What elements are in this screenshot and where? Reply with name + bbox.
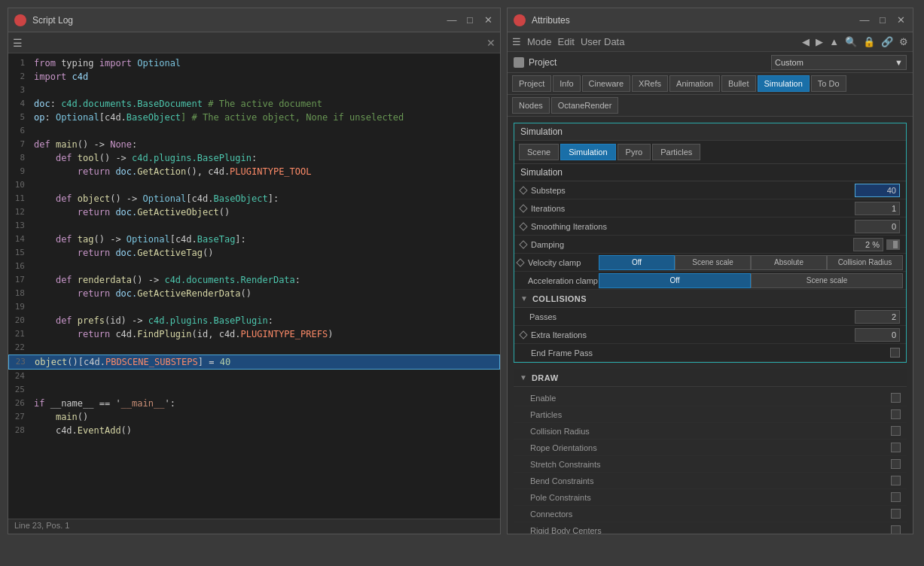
line-code: return c4d.FindPlugin(id, c4d.PLUGINTYPE… (31, 327, 500, 341)
close-button[interactable]: ✕ (482, 14, 494, 26)
passes-value[interactable]: 2 (855, 310, 900, 324)
tab-to-do[interactable]: To Do (811, 75, 846, 92)
draw-checkbox-enable[interactable] (891, 393, 901, 403)
draw-item-enable: Enable (514, 390, 907, 406)
line-code (31, 300, 500, 314)
maximize-button[interactable]: □ (464, 14, 476, 26)
tab-cineware[interactable]: Cineware (582, 75, 630, 92)
attr-settings-icon[interactable]: ⚙ (899, 36, 908, 47)
draw-checkbox-bend-constraints[interactable] (891, 476, 901, 485)
up-btn[interactable]: ▲ (829, 36, 839, 47)
end-frame-pass-label: End Frame Pass (520, 348, 890, 358)
accel-clamp-opt-off[interactable]: Off (599, 273, 751, 288)
line-number: 5 (8, 111, 31, 124)
end-frame-pass-checkbox[interactable] (890, 348, 900, 358)
tab-octanerender[interactable]: OctaneRender (551, 97, 619, 114)
tab-simulation[interactable]: Simulation (758, 75, 810, 92)
code-line: 16 (8, 260, 500, 273)
line-number: 24 (8, 370, 31, 383)
project-row: Project Custom ▼ (508, 52, 913, 73)
attr-minimize-button[interactable]: — (858, 14, 871, 26)
attr-close-button[interactable]: ✕ (895, 14, 907, 26)
line-code (31, 84, 500, 97)
draw-item-stretch-constraints: Stretch Constraints (514, 456, 907, 473)
line-number: 22 (8, 341, 31, 355)
back-btn[interactable]: ◀ (802, 36, 810, 47)
draw-checkbox-pole-constraints[interactable] (891, 492, 901, 502)
sim-tab-particles[interactable]: Particles (652, 144, 700, 160)
draw-checkbox-rigid-body-centers[interactable] (891, 525, 901, 534)
velocity-clamp-opt-collision-radius[interactable]: Collision Radius (827, 255, 903, 270)
link-icon[interactable]: 🔗 (881, 36, 893, 47)
tab-animation[interactable]: Animation (669, 75, 720, 92)
tab-project[interactable]: Project (512, 75, 551, 92)
forward-btn[interactable]: ▶ (816, 36, 823, 47)
draw-item-rope-orientations: Rope Orientations (514, 440, 907, 456)
smoothing-value[interactable]: 0 (855, 220, 900, 233)
sim-tab-scene[interactable]: Scene (519, 144, 559, 160)
attr-icon (514, 14, 526, 26)
menu-icon[interactable]: ☰ (13, 37, 23, 49)
extra-iterations-value[interactable]: 0 (855, 328, 900, 342)
code-line: 5op: Optional[c4d.BaseObject] # The acti… (8, 111, 500, 124)
draw-checkbox-rope-orientations[interactable] (891, 443, 901, 452)
code-line: 27 main() (8, 410, 500, 424)
lock-icon[interactable]: 🔒 (863, 36, 875, 47)
damping-control: 2 % (853, 238, 900, 251)
draw-checkbox-stretch-constraints[interactable] (891, 459, 901, 469)
line-code: def tool() -> c4d.plugins.BasePlugin: (31, 151, 500, 165)
search-icon[interactable]: 🔍 (845, 36, 857, 47)
code-line: 10 (8, 178, 500, 192)
tab-row-1: ProjectInfoCinewareXRefsAnimationBulletS… (508, 73, 913, 95)
damping-row: Damping 2 % (514, 236, 906, 254)
line-code: import c4d (31, 70, 500, 84)
script-log-titlebar: Script Log — □ ✕ (8, 8, 500, 32)
damping-slider[interactable] (886, 239, 900, 250)
draw-header[interactable]: ▼ DRAW (514, 369, 907, 387)
code-line: 9 return doc.GetAction(), c4d.PLUGINTYPE… (8, 165, 500, 178)
draw-checkbox-collision-radius[interactable] (891, 426, 901, 436)
line-number: 11 (8, 192, 31, 205)
draw-checkbox-connectors[interactable] (891, 509, 901, 519)
iterations-row: Iterations 1 (514, 199, 906, 218)
line-code: return doc.GetActiveRenderData() (31, 287, 500, 300)
tab-nodes[interactable]: Nodes (512, 97, 550, 114)
iterations-value[interactable]: 1 (855, 202, 900, 215)
substeps-value[interactable]: 40 (855, 184, 900, 197)
code-line: 1from typing import Optional (8, 56, 500, 70)
velocity-clamp-opt-scene-scale[interactable]: Scene scale (675, 255, 751, 270)
draw-checkbox-particles[interactable] (891, 409, 901, 419)
velocity-clamp-opt-absolute[interactable]: Absolute (751, 255, 827, 270)
code-area[interactable]: 1from typing import Optional2import c4d3… (8, 53, 500, 519)
substeps-diamond (519, 186, 527, 194)
code-line: 18 return doc.GetActiveRenderData() (8, 287, 500, 300)
minimize-button[interactable]: — (446, 14, 458, 26)
accel-clamp-opt-scene-scale[interactable]: Scene scale (751, 273, 903, 288)
tab-info[interactable]: Info (553, 75, 580, 92)
smoothing-diamond (519, 222, 527, 230)
close-x-icon[interactable]: ✕ (486, 37, 496, 49)
collisions-header[interactable]: ▼ COLLISIONS (514, 290, 906, 308)
line-number: 23 (9, 355, 32, 369)
sim-tab-simulation[interactable]: Simulation (560, 144, 615, 160)
tab-bullet[interactable]: Bullet (721, 75, 756, 92)
attr-maximize-button[interactable]: □ (877, 14, 889, 26)
line-number: 3 (8, 84, 31, 97)
line-number: 2 (8, 70, 31, 84)
line-number: 27 (8, 410, 31, 424)
velocity-clamp-row: Velocity clamp OffScene scaleAbsoluteCol… (514, 254, 906, 272)
line-code (31, 383, 500, 397)
project-dropdown[interactable]: Custom ▼ (771, 55, 907, 70)
end-frame-pass-row: End Frame Pass (514, 344, 906, 362)
velocity-clamp-opt-off[interactable]: Off (599, 255, 675, 270)
damping-value[interactable]: 2 % (853, 238, 883, 251)
draw-item-particles: Particles (514, 406, 907, 423)
sim-tab-pyro[interactable]: Pyro (618, 144, 651, 160)
attr-titlebar: Attributes — □ ✕ (508, 8, 913, 32)
line-code: doc: c4d.documents.BaseDocument # The ac… (31, 97, 500, 111)
tab-row-2: NodesOctaneRender (508, 95, 913, 117)
line-code: from typing import Optional (31, 56, 500, 70)
collisions-arrow: ▼ (520, 294, 528, 303)
hamburger-icon[interactable]: ☰ (512, 36, 521, 47)
tab-xrefs[interactable]: XRefs (632, 75, 668, 92)
